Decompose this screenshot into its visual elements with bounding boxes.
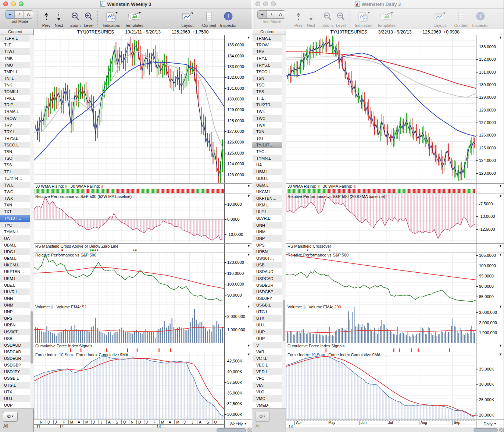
axis-disclosure-icon[interactable]: ▼ xyxy=(247,253,250,256)
sidebar-item[interactable]: USDCAD xyxy=(252,275,282,282)
sidebar-item[interactable]: VFC xyxy=(252,375,282,382)
sidebar-item[interactable]: UNP xyxy=(0,308,30,315)
sidebar-item[interactable]: UU.L xyxy=(0,395,30,402)
relperf-plot[interactable]: Relative Performance vs S&P 500 xyxy=(286,252,476,304)
axis-disclosure-icon[interactable]: ▼ xyxy=(247,36,250,39)
sidebar-item[interactable]: UBM.L xyxy=(0,242,30,248)
sidebar-item[interactable]: TWC xyxy=(0,188,30,195)
wma-axis[interactable]: ▼ xyxy=(225,184,252,194)
wma-strip-plot[interactable]: 30 WMA Rising: ||| 30 WMA Falling: ||| xyxy=(34,184,225,194)
sidebar-item[interactable]: UUP xyxy=(0,402,30,408)
force-plot[interactable]: Force Index: 10 Sum Force Index Cumulati… xyxy=(34,352,225,419)
sidebar-item[interactable]: UU.L xyxy=(252,322,282,328)
axis-disclosure-icon[interactable]: ▼ xyxy=(499,184,502,188)
sidebar-item[interactable]: TSO xyxy=(0,155,30,162)
axis-disclosure-icon[interactable]: ▼ xyxy=(499,344,502,347)
sidebar-item[interactable]: USDEUR xyxy=(252,282,282,288)
sidebar-item[interactable]: TSN xyxy=(0,148,30,155)
sidebar-item[interactable]: TLW.L xyxy=(0,48,30,55)
sidebar-item[interactable]: URBN xyxy=(0,322,30,328)
next-button[interactable]: Next xyxy=(53,10,65,28)
wma-strip-plot[interactable]: 30 WMA Rising: ||| 30 WMA Falling: ||| xyxy=(286,184,476,194)
text-tool-button[interactable]: A xyxy=(24,11,33,18)
sidebar-item[interactable]: UTG.L xyxy=(252,308,282,315)
mansfield-plot[interactable]: RS Mansfield Crossover xyxy=(286,244,476,252)
sidebar-scrollbar[interactable] xyxy=(282,35,286,408)
sidebar-item[interactable]: UKFTBN… xyxy=(0,268,30,275)
sidebar-item[interactable]: VEC.L xyxy=(252,362,282,368)
line-tool-button[interactable]: / xyxy=(15,11,24,18)
relperf-baseline-plot[interactable]: Relative Performance vs S&P 500 (52W MA … xyxy=(34,194,225,243)
sidebar-item[interactable]: TY/10T… xyxy=(0,215,30,222)
relperf-axis[interactable]: ▼105.0000100.000095.000090.000085.0000 xyxy=(476,252,504,304)
sidebar-item[interactable]: TMPL.L xyxy=(0,68,30,75)
sidebar-item[interactable]: TRV xyxy=(252,48,282,55)
sidebar-item[interactable]: UNP xyxy=(252,235,282,242)
line-tool-button[interactable]: / xyxy=(267,11,276,18)
axis-disclosure-icon[interactable]: ▼ xyxy=(247,353,250,356)
volume-plot[interactable]: Volume: ||| Volume EMA: 200 xyxy=(286,304,476,343)
volume-axis[interactable]: ▼2,000,0001,000,000 xyxy=(225,304,252,343)
signals-axis[interactable]: ▼ xyxy=(476,343,504,352)
mansfield-axis[interactable]: ▼ xyxy=(225,244,252,252)
sidebar-item[interactable]: UNH xyxy=(0,295,30,302)
relperf-plot[interactable]: Relative Performance vs S&P 500 xyxy=(34,252,225,304)
axis-disclosure-icon[interactable]: ▼ xyxy=(247,244,250,248)
force-axis[interactable]: ▼42,500K40,000K37,500K35,000K32,500K30,0… xyxy=(225,352,252,419)
sidebar-item[interactable]: VMC xyxy=(252,395,282,402)
gear-menu-button[interactable]: ⚙▼ xyxy=(3,412,18,422)
sidebar-item[interactable]: ULE.L xyxy=(0,282,30,288)
relperf-axis[interactable]: ▼120.0000110.0000100.000090.0000 xyxy=(225,252,252,304)
sidebar-item[interactable]: TW.L xyxy=(0,182,30,188)
content-button[interactable]: Content xyxy=(200,10,218,28)
relperf-baseline-axis[interactable]: ▼-7.5000-10.0000-12.5000 xyxy=(476,194,504,243)
sidebar-item[interactable]: UUP xyxy=(252,335,282,342)
sidebar-item[interactable]: TNK xyxy=(0,82,30,88)
axis-disclosure-icon[interactable]: ▼ xyxy=(247,344,250,347)
relperf-baseline-plot[interactable]: Relative Performance vs S&P 500 (200D MA… xyxy=(286,194,476,243)
axis-disclosure-icon[interactable]: ▼ xyxy=(499,253,502,256)
sidebar-item[interactable]: UDG.L xyxy=(252,175,282,182)
mansfield-plot[interactable]: RS Mansfield Cross Above or Below Zero L… xyxy=(34,244,225,252)
signals-plot[interactable]: Cumulative Force Index Signals xyxy=(34,343,225,352)
sidebar-scroll-thumb[interactable] xyxy=(31,311,33,364)
sidebar-item[interactable]: TYMN.L xyxy=(0,229,30,235)
volume-axis[interactable]: ▼3,000,0002,000,0001,000,000 xyxy=(476,304,504,343)
sidebar-item[interactable]: TT.L xyxy=(252,95,282,102)
sidebar-item[interactable]: TXN xyxy=(0,202,30,208)
sidebar-item[interactable]: UDG.L xyxy=(0,248,30,255)
sidebar-scroll-thumb[interactable] xyxy=(283,300,285,341)
crosshair-tool-button[interactable]: + xyxy=(258,11,267,18)
sidebar-item[interactable]: TU/2TR… xyxy=(252,102,282,108)
sidebar-item[interactable]: USDGBP xyxy=(252,288,282,295)
sidebar-item[interactable]: TROW xyxy=(252,42,282,48)
content-button[interactable]: Content xyxy=(453,10,470,28)
sidebar-item[interactable]: UTX xyxy=(252,315,282,322)
zoom-out-button[interactable]: Zoom xyxy=(69,10,82,28)
horizontal-scroll-thumb[interactable] xyxy=(473,428,498,432)
templates-button[interactable]: Templates xyxy=(375,10,398,28)
period-selector[interactable]: Daily▼ xyxy=(476,420,504,428)
sidebar-item[interactable]: TSS xyxy=(252,88,282,95)
axis-disclosure-icon[interactable]: ▼ xyxy=(247,184,250,188)
sidebar-item[interactable]: UA xyxy=(252,162,282,168)
sidebar-item[interactable]: TROW xyxy=(0,115,30,122)
sidebar-item[interactable]: VIA xyxy=(252,382,282,389)
sidebar-item[interactable]: TRMA.L xyxy=(252,35,282,42)
resize-grip[interactable] xyxy=(247,428,252,432)
force-plot[interactable]: Force Index: 10 Sum Force Index Cumulati… xyxy=(286,352,476,419)
crosshair-tool-button[interactable]: + xyxy=(6,11,15,18)
sidebar-item[interactable]: TRMA.L xyxy=(0,108,30,115)
sidebar-item[interactable]: TWC xyxy=(252,115,282,122)
sidebar-item[interactable]: USDAUD xyxy=(0,342,30,348)
sidebar-item[interactable]: UUP xyxy=(252,329,282,335)
prev-button[interactable]: Prev xyxy=(292,10,305,28)
sidebar-item[interactable]: USB xyxy=(252,262,282,268)
sidebar-item[interactable]: UBM.L xyxy=(252,169,282,175)
sidebar-item[interactable]: TRY.L xyxy=(252,55,282,61)
sidebar-item[interactable]: TLPR.L xyxy=(0,35,30,42)
sidebar-item[interactable]: TT.L xyxy=(0,169,30,175)
sidebar-item[interactable]: USDJPY xyxy=(0,368,30,375)
sidebar-item[interactable]: UPS xyxy=(0,315,30,322)
text-tool-button[interactable]: A xyxy=(276,11,285,18)
